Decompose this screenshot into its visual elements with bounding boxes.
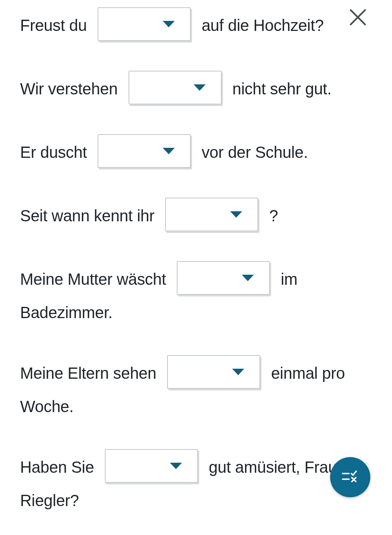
dropdown-blank-6[interactable] (105, 449, 198, 483)
chevron-down-icon (242, 274, 254, 282)
dropdown-blank-2[interactable] (98, 134, 191, 168)
dropdown-blank-5[interactable] (167, 355, 260, 389)
svg-marker-2 (163, 21, 175, 27)
chevron-down-icon (230, 210, 242, 218)
svg-marker-4 (163, 148, 175, 154)
sentence-0: Freust du auf die Hochzeit? (20, 10, 368, 43)
chevron-down-icon (163, 20, 175, 28)
sentence-text-before: Wir verstehen (20, 80, 118, 98)
sentence-text-before: Haben Sie (20, 458, 94, 476)
dropdown-blank-0[interactable] (98, 7, 191, 41)
chevron-down-icon (194, 84, 206, 92)
sentence-1: Wir verstehen nicht sehr gut. (20, 73, 368, 107)
exercise-area: Freust du auf die Hochzeit? Wir verstehe… (20, 5, 368, 516)
svg-marker-3 (194, 84, 206, 91)
sentence-text-after: nicht sehr gut. (233, 80, 332, 98)
check-answers-button[interactable] (330, 457, 370, 497)
sentence-text-after: ? (269, 207, 278, 225)
chevron-down-icon (170, 462, 182, 470)
sentence-text-before: Freust du (20, 16, 87, 34)
sentence-4: Meine Mutter wäscht im Badezimmer. (20, 263, 368, 328)
sentence-text-after: vor der Schule. (202, 143, 308, 161)
svg-marker-6 (242, 275, 254, 281)
sentence-text-before: Meine Mutter wäscht (20, 270, 166, 288)
sentence-6: Haben Sie gut amüsiert, Frau Riegler? (20, 451, 368, 516)
dropdown-blank-1[interactable] (129, 71, 222, 104)
svg-marker-8 (170, 463, 182, 469)
sentence-text-before: Seit wann kennt ihr (20, 207, 155, 225)
chevron-down-icon (163, 147, 175, 155)
sentence-text-before: Meine Eltern sehen (20, 364, 156, 382)
chevron-down-icon (232, 368, 244, 376)
svg-marker-5 (230, 211, 242, 218)
sentence-text-after: auf die Hochzeit? (202, 16, 324, 34)
dropdown-blank-4[interactable] (177, 261, 270, 295)
checklist-icon (342, 470, 359, 485)
sentence-3: Seit wann kennt ihr ? (20, 200, 368, 234)
sentence-2: Er duscht vor der Schule. (20, 137, 368, 170)
dropdown-blank-3[interactable] (165, 198, 258, 231)
svg-marker-7 (232, 369, 244, 375)
sentence-5: Meine Eltern sehen einmal pro Woche. (20, 357, 368, 422)
sentence-text-before: Er duscht (20, 143, 87, 161)
